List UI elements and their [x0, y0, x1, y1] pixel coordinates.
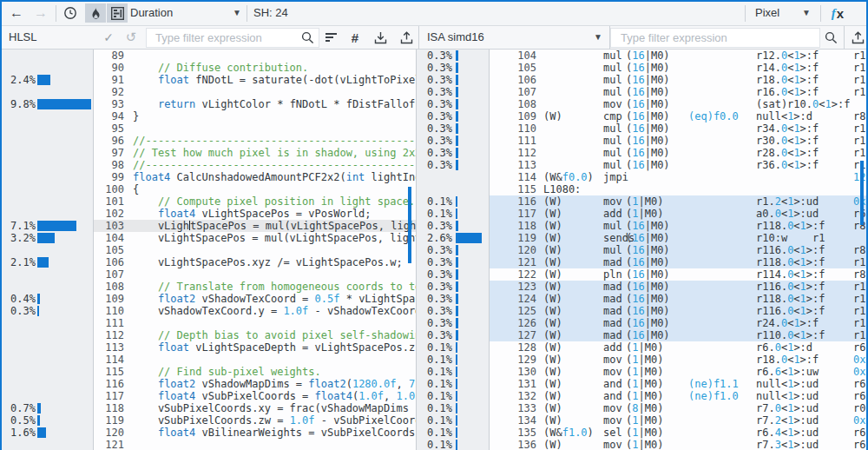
hlsl-line[interactable]: 114 — [94, 354, 416, 366]
isa-line[interactable]: 125(W)mad(16|M0)r116.0<1>:fr1 — [490, 305, 866, 317]
isa-line[interactable]: 120(W)mul(16|M0)r116.0<1>:fr8 — [490, 244, 866, 256]
search-icon[interactable] — [301, 31, 314, 44]
isa-percent-row[interactable]: 0.3% — [417, 268, 489, 281]
hlsl-line[interactable]: 109 float2 vShadowTexCoord = 0.5f * vLig… — [94, 293, 416, 305]
isa-percent-row[interactable]: 0.3% — [417, 220, 489, 232]
isa-line[interactable]: 129(W)mov(1|M0)r18.0<1>:f0x — [490, 354, 866, 366]
isa-percent-row[interactable]: 0.1% — [417, 366, 489, 378]
hlsl-percent-row[interactable]: 1.6% — [2, 427, 93, 439]
isa-line[interactable]: 106mul(16|M0)r18.0<1>:fr1 — [490, 74, 866, 86]
hlsl-line[interactable]: 101 // Compute pixel position in light s… — [94, 195, 416, 208]
hlsl-percent-row[interactable]: 0.4% — [2, 293, 93, 305]
isa-percent-row[interactable]: 0.1% — [417, 439, 489, 450]
isa-line[interactable]: 117(W)add(1|M0)a0.0<1>:udr6 — [490, 208, 866, 220]
isa-line[interactable]: 130(W)mov(1|M0)r6.6<1>:uw0x — [490, 366, 866, 378]
hlsl-line[interactable]: 100{ — [94, 183, 416, 195]
isa-percent-row[interactable]: 0.1% — [417, 341, 489, 354]
hlsl-line[interactable]: 119 vSubPixelCoords.zw = 1.0f - vSubPixe… — [94, 414, 416, 427]
isa-percent-row[interactable]: 0.3% — [417, 147, 489, 159]
hlsl-percent-row[interactable]: 0.5% — [2, 414, 93, 427]
hlsl-line[interactable]: 89 — [94, 50, 416, 62]
isa-percent-row[interactable]: 0.1% — [417, 354, 489, 366]
isa-line[interactable]: 135(W&f1.0)sel(1|M0)r6.4<1>:udr6 — [490, 427, 866, 439]
isa-percent-row[interactable]: 0.3% — [417, 329, 489, 341]
hlsl-line[interactable]: 113 float vLightSpaceDepth = vLightSpace… — [94, 341, 416, 354]
line-filter-button[interactable] — [321, 28, 340, 47]
hlsl-line[interactable]: 92 — [94, 86, 416, 98]
line-numbers-button[interactable]: # — [345, 28, 365, 47]
hlsl-line[interactable]: 115 // Find sub-pixel weights. — [94, 366, 416, 378]
hlsl-line[interactable]: 120 float4 vBilinearWeights = vSubPixelC… — [94, 427, 416, 439]
isa-line[interactable]: 109(W)cmp(16|M0)(eq)f0.0null<1>:dr8 — [490, 110, 866, 122]
hlsl-line[interactable]: 93 return vLightColor * fNDotL * fDistFa… — [94, 98, 416, 110]
hotspots-button[interactable] — [85, 3, 106, 23]
hlsl-line[interactable]: 112 // Depth bias to avoid pixel self-sh… — [94, 329, 416, 341]
isa-percent-row[interactable]: 0.3% — [417, 110, 489, 122]
isa-line[interactable]: 131(W)and(1|M0)(ne)f1.1null<1>:udr6 — [490, 378, 866, 390]
isa-percent-row[interactable]: 0.3% — [417, 86, 489, 98]
export-hlsl-button[interactable] — [396, 28, 417, 47]
hlsl-percent-row[interactable]: 9.8% — [2, 98, 93, 110]
isa-percent-row[interactable]: 0.3% — [417, 244, 489, 256]
histogram-view-button[interactable] — [107, 3, 128, 23]
hlsl-percent-row[interactable]: 2.1% — [2, 256, 93, 268]
hlsl-line[interactable]: 105 — [94, 244, 416, 256]
isa-percent-row[interactable]: 0.3% — [417, 305, 489, 317]
isa-line[interactable]: 111mul(16|M0)r30.0<1>:fr1 — [490, 135, 866, 147]
search-icon[interactable] — [825, 31, 838, 44]
reset-filter-button[interactable]: ↺ — [122, 28, 141, 47]
isa-percent-row[interactable]: 0.3% — [417, 256, 489, 268]
isa-percent-row[interactable]: 0.1% — [417, 414, 489, 427]
hlsl-line[interactable]: 116 float2 vShadowMapDims = float2(1280.… — [94, 378, 416, 390]
hlsl-line[interactable]: 98//------------------------------------… — [94, 159, 416, 171]
fx-button[interactable]: fx — [825, 3, 851, 23]
isa-percent-row[interactable]: 0.3% — [417, 135, 489, 147]
isa-line[interactable]: 113mul(16|M0)r36.0<1>:fr1 — [490, 159, 866, 171]
isa-percent-row[interactable]: 0.1% — [417, 208, 489, 220]
isa-percent-row[interactable]: 0.3% — [417, 281, 489, 293]
import-button[interactable] — [370, 28, 391, 47]
isa-line[interactable]: 108mov(16|M0)(sat)r10.0<1>:f — [490, 98, 866, 110]
hlsl-line[interactable]: 111 — [94, 317, 416, 329]
isa-line[interactable]: 127(W)mad(16|M0)r110.0<1>:fr1 — [490, 329, 866, 341]
hlsl-line[interactable]: 94} — [94, 110, 416, 122]
hlsl-line[interactable]: 121 — [94, 439, 416, 450]
back-button[interactable]: ← — [5, 3, 28, 23]
isa-percent-row[interactable]: 0.3% — [417, 62, 489, 74]
isa-line[interactable]: 105mul(16|M0)r14.0<1>:fr1 — [490, 62, 866, 74]
hlsl-percent-row[interactable]: 7.1% — [2, 220, 93, 232]
isa-line[interactable]: 126(W)mad(16|M0)r24.0<1>:fr1 — [490, 317, 866, 329]
hlsl-line[interactable]: 95 — [94, 122, 416, 135]
isa-line[interactable]: 112mul(16|M0)r28.0<1>:fr1 — [490, 147, 866, 159]
isa-line[interactable]: 128(W)add(1|M0)r6.0<1>:dr6 — [490, 341, 866, 354]
hlsl-line[interactable]: 103 vLightSpacePos = mul(vLightSpacePos,… — [94, 220, 416, 232]
hlsl-percent-row[interactable]: 0.3% — [2, 305, 93, 317]
isa-line[interactable]: 118(W)mul(16|M0)r118.0<1>:fr8 — [490, 220, 866, 232]
isa-percent-row[interactable]: 0.1% — [417, 402, 489, 414]
isa-percent-row[interactable]: 0.3% — [417, 293, 489, 305]
hlsl-line[interactable]: 91 float fNDotL = saturate(-dot(vLightTo… — [94, 74, 416, 86]
hlsl-percent-row[interactable]: 0.7% — [2, 402, 93, 414]
isa-line[interactable]: 132(W)and(1|M0)(ne)f1.0null<1>:udr6 — [490, 390, 866, 402]
hlsl-line[interactable]: 118 vSubPixelCoords.xy = frac(vShadowMap… — [94, 402, 416, 414]
hlsl-line[interactable]: 110 vShadowTexCoord.y = 1.0f - vShadowTe… — [94, 305, 416, 317]
hlsl-line[interactable]: 108 // Translate from homogeneous coords… — [94, 281, 416, 293]
hlsl-line[interactable]: 97// Test how much pixel is in shadow, u… — [94, 147, 416, 159]
export-isa-button[interactable] — [847, 28, 868, 47]
hlsl-line[interactable]: 117 float4 vSubPixelCoords = float4(1.0f… — [94, 390, 416, 402]
isa-percent-row[interactable]: 0.1% — [417, 390, 489, 402]
hlsl-filter-input[interactable]: Type filter expression — [146, 28, 319, 48]
isa-line[interactable]: 115L1080: — [490, 183, 866, 195]
isa-percent-row[interactable]: 0.1% — [417, 427, 489, 439]
isa-percent-row[interactable]: 0.3% — [417, 98, 489, 110]
isa-line[interactable]: 136(W)mov(1|M0)r7.3<1>:udr6 — [490, 439, 866, 450]
isa-line[interactable]: 124(W)mad(16|M0)r118.0<1>:fr1 — [490, 293, 866, 305]
history-button[interactable] — [59, 3, 82, 23]
hlsl-line[interactable]: 106 vLightSpacePos.xyz /= vLightSpacePos… — [94, 256, 416, 268]
isa-percent-row[interactable]: 0.3% — [417, 317, 489, 329]
apply-filter-button[interactable]: ✓ — [99, 28, 118, 47]
isa-percent-row[interactable]: 0.3% — [417, 159, 489, 171]
isa-line[interactable]: 110mul(16|M0)r34.0<1>:fr1 — [490, 122, 866, 135]
isa-line[interactable]: 133(W)mov(8|M0)r7.0<1>:udr0 — [490, 402, 866, 414]
isa-scrollbar-thumb[interactable] — [860, 161, 864, 225]
